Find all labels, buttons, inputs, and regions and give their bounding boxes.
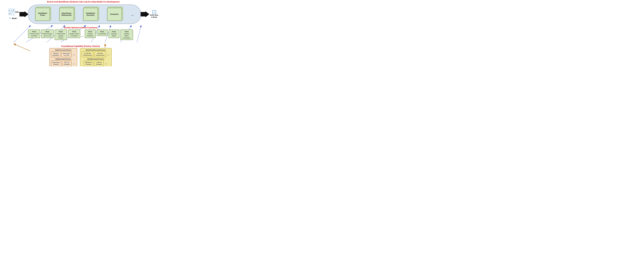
gpt4v-evaluator-card: GPT-4VEvaluator (62, 60, 72, 66)
factories-title: Foundational Capability (Factory Classes… (61, 45, 100, 47)
v-bench-card: V-BenchEvaluator (94, 60, 104, 66)
card-front-probe: Data/ModelProbe (35, 8, 50, 21)
mm-bench-card: MM-BenchEvaluator (84, 60, 94, 66)
model-eval-dots: ... (104, 61, 108, 65)
arrow-shaft-right (140, 12, 146, 16)
hook-analyze-gradients: HookAnalyzeGradients (85, 29, 96, 38)
text-icon: ≡ (12, 12, 15, 15)
hook-analyze-metric: HookAnalyze MetricCorrelation (120, 29, 133, 40)
data-factory-group: DataProcessorFactory FilteringOperators … (50, 48, 77, 66)
data-evaluator-factory: DataEvaluatorFactory Data-JuicerAnalyzer… (51, 58, 76, 66)
card-front-exec: Data/ModelExecution (83, 8, 98, 21)
stage-eval: Evaluation (107, 7, 123, 22)
hook-analyze-stats: HookAnalyze StatsCorrelation (68, 29, 80, 38)
data-juicer-k-sigma-card: Data-Juicerk-σ Tool (61, 51, 72, 57)
stage-execution: Data/ModelExecution (83, 7, 99, 22)
model-evaluator-factory: ModelEvaluatorFactory MM-BenchEvaluator … (82, 58, 110, 66)
arrow-head-left (24, 11, 28, 17)
video-icon: ▶ (8, 9, 11, 12)
model-label: Model (12, 17, 17, 19)
train-factory-cards: LLaVA-likeTrainExecutor Sora-likeTrainEx… (82, 51, 110, 57)
main-container: End-to-end Workflows (Ordered Job List) … (0, 0, 161, 66)
stage-probe: Data/ModelProbe (35, 7, 51, 22)
result-icon: ✔ (152, 10, 156, 14)
factories-row: DataProcessorFactory FilteringOperators … (50, 48, 112, 66)
filtering-operators-card: FilteringOperators (51, 51, 60, 57)
pipeline-wrapper: ▶ 🖼 🎤 ≡ Data ✦ Model (8, 3, 158, 25)
card-front-ref: Data-RecipeRefinenment (59, 8, 74, 21)
arrow-shaft-left (20, 12, 24, 16)
arrow-head-right (146, 11, 149, 17)
train-factory-title: ModelTrainExecutorFactory (86, 49, 106, 51)
evaluator-title: DataEvaluatorFactory (56, 58, 71, 60)
hook-refine-recipe: HookRefine Recipevia k-σ rule (41, 29, 54, 38)
train-dots: ... (107, 52, 110, 56)
hooks-row: HookProcess Datavia Filters HookRefine R… (28, 29, 133, 40)
mic-icon: 🎤 (8, 12, 11, 15)
llava-train-card: LLaVA-likeTrainExecutor (82, 51, 94, 57)
model-icon: ✦ (8, 16, 11, 20)
data-juicer-analyzer-card: Data-JuicerAnalyzer (51, 60, 61, 66)
hooks-title: Genetic Behaviors (Hook Functions) (64, 26, 97, 29)
pipeline-section: End-to-end Workflows (Ordered Job List) … (8, 0, 158, 26)
model-eval-cards: MM-BenchEvaluator V-BenchEvaluator ... (84, 60, 108, 66)
data-processor-factory: DataProcessorFactory FilteringOperators … (51, 49, 76, 57)
sora-train-card: Sora-likeTrainExecutor (94, 51, 106, 57)
model-label-area: ✦ Model (8, 16, 19, 20)
processor-cards: FilteringOperators Data-Juicerk-σ Tool .… (51, 51, 76, 57)
output-arrow (140, 11, 149, 17)
factories-section: Foundational Capability (Factory Classes… (0, 45, 161, 66)
processor-title: DataProcessorFactory (55, 49, 72, 51)
hooks-dots: ... (81, 32, 84, 37)
evaluator-cards: Data-JuicerAnalyzer GPT-4VEvaluator ... (51, 60, 76, 66)
hook-predict-quality: HookPredict DataQuality Scores (55, 29, 67, 40)
input-arrow (20, 11, 28, 17)
hook-train-model: HookTrain Model (97, 29, 108, 36)
hook-process-data: HookProcess Datavia Filters (28, 29, 40, 38)
model-train-factory: ModelTrainExecutorFactory LLaVA-likeTrai… (82, 49, 110, 57)
model-factory-group: ModelTrainExecutorFactory LLaVA-likeTrai… (80, 48, 112, 66)
evaluator-dots: ... (72, 61, 76, 65)
hooks-section: Genetic Behaviors (Hook Functions) HookP… (0, 26, 161, 40)
result-box: ✔ Better Data & Model (150, 10, 158, 18)
stage-refinement: Data-RecipeRefinenment (59, 7, 75, 22)
data-label: Data (15, 11, 19, 13)
result-text: Better Data & Model (150, 14, 158, 18)
model-eval-title: ModelEvaluatorFactory (88, 58, 104, 60)
pipeline-title: End-to-end Workflows (Ordered Job List) … (8, 0, 158, 3)
pipeline-dots: ... (131, 12, 134, 16)
left-labels: ▶ 🖼 🎤 ≡ Data ✦ Model (8, 9, 19, 20)
processor-dots: ... (72, 52, 76, 56)
pipeline-cylinder: Data/ModelProbe Data-RecipeRefinenment D… (28, 4, 141, 24)
card-front-eval: Evaluation (107, 8, 122, 21)
image-icon: 🖼 (12, 9, 15, 12)
data-label-area: ▶ 🖼 🎤 ≡ Data (8, 9, 19, 15)
hook-evaluate-model: HookEvaluateModel (108, 29, 120, 38)
